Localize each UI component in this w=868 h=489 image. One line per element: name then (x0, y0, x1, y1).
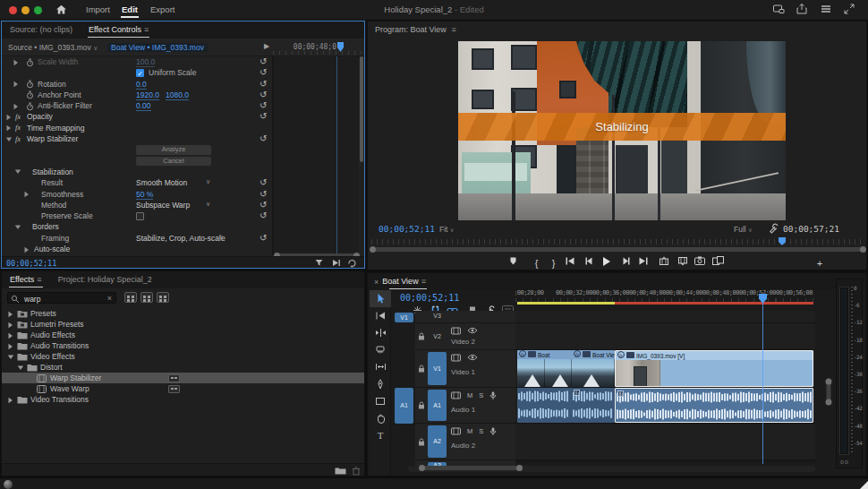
chevron-down-icon[interactable] (5, 136, 13, 142)
sync-lock-icon[interactable] (451, 354, 461, 362)
effect-cancel-button[interactable]: Cancel (136, 157, 211, 167)
video-clip-2[interactable]: fxBoat View.m (572, 350, 615, 387)
mute-button[interactable]: M (467, 427, 472, 436)
timeline-lane[interactable] (515, 311, 815, 323)
type-tool[interactable]: T (370, 426, 391, 443)
dropdown-value[interactable]: Smooth Motion (136, 178, 187, 187)
timeline-lane[interactable] (515, 323, 815, 350)
video-clip-3[interactable]: fxIMG_0393.mov [V] (615, 350, 813, 387)
settings-wrench-icon[interactable] (769, 223, 779, 234)
panel-menu-icon[interactable]: ≡ (144, 25, 149, 34)
value-hot-text[interactable]: 0.00 (136, 101, 151, 111)
filter-properties-icon[interactable] (314, 258, 324, 268)
audio-clip-2[interactable] (572, 388, 615, 423)
reset-parameter-icon[interactable]: ↺ (260, 189, 267, 199)
chevron-right-icon[interactable] (7, 343, 13, 350)
reset-parameter-icon[interactable]: ↺ (260, 210, 267, 220)
close-sequence-icon[interactable]: × (374, 278, 379, 287)
mute-button[interactable]: M (467, 391, 472, 400)
razor-tool[interactable] (370, 341, 391, 358)
extract-button[interactable] (677, 256, 693, 270)
tab-project[interactable]: Project: Holiday Special_2 (50, 271, 160, 288)
play-in-to-out-icon[interactable] (331, 258, 341, 268)
chevron-right-icon[interactable] (13, 81, 19, 88)
timeline-vertical-scrollbar[interactable] (817, 381, 823, 404)
mini-ruler-playhead[interactable] (337, 42, 344, 52)
sync-lock-icon[interactable] (451, 327, 461, 335)
hand-tool[interactable] (370, 409, 391, 426)
dropdown-value[interactable]: Stabilize, Crop, Auto-scale (136, 234, 226, 243)
value-hot-text[interactable]: 1920.0 (136, 90, 159, 100)
chevron-right-icon[interactable] (13, 103, 19, 110)
sync-lock-icon[interactable] (451, 391, 461, 400)
tab-effect-controls[interactable]: Effect Controls≡ (81, 21, 157, 39)
effect-controls-timecode[interactable]: 00;00;52;11 (6, 259, 56, 268)
value-hot-text[interactable]: 100.0 (136, 57, 155, 67)
button-editor-icon[interactable]: + (813, 256, 827, 270)
program-monitor-title[interactable]: Program: Boat View ≡ (375, 25, 456, 34)
track-name-label[interactable]: Audio 2 (451, 442, 475, 450)
audio-meters[interactable]: оо 0-6-12-18-24-30-36-42-48-54 (836, 279, 863, 468)
track-select-forward-tool[interactable] (370, 307, 391, 324)
loop-icon[interactable] (347, 258, 357, 268)
program-zoom-scrollbar[interactable] (371, 247, 864, 253)
ripple-edit-tool[interactable] (370, 324, 391, 341)
tree-item-video-effects[interactable]: Video Effects (2, 351, 364, 362)
share-icon[interactable] (796, 3, 810, 17)
zoom-level-dropdown[interactable]: Fit ∨ (439, 225, 455, 234)
play-icon[interactable]: ▶ (264, 42, 269, 50)
reset-parameter-icon[interactable]: ↺ (260, 100, 267, 110)
add-marker-button[interactable] (508, 256, 523, 270)
quick-export-icon[interactable] (772, 3, 787, 17)
mark-in-button[interactable]: { (529, 256, 544, 270)
playback-resolution-dropdown[interactable]: Full ∨ (734, 225, 753, 234)
track-output-eye-icon[interactable] (467, 327, 478, 335)
value-hot-text[interactable]: 50 % (136, 190, 153, 200)
selection-tool[interactable] (370, 290, 391, 307)
delete-bin-icon[interactable] (352, 467, 361, 476)
export-frame-button[interactable] (694, 256, 710, 270)
tree-item-warp-stabilizer[interactable]: Warp Stabilizer (2, 373, 364, 383)
sequence-clip-label[interactable]: Boat View • IMG_0393.mov (107, 43, 208, 52)
tab-sequence-boat-view[interactable]: Boat View≡ (382, 273, 434, 290)
chevron-right-icon[interactable] (5, 114, 12, 121)
tree-item-wave-warp[interactable]: Wave Warp (2, 383, 364, 394)
stopwatch-toggle-animation-icon[interactable] (26, 80, 34, 89)
lift-button[interactable] (659, 256, 674, 270)
reset-parameter-icon[interactable]: ↺ (260, 233, 267, 243)
chevron-down-icon[interactable] (7, 354, 14, 360)
track-lock-icon[interactable] (418, 332, 425, 340)
reset-parameter-icon[interactable]: ↺ (260, 177, 267, 187)
voiceover-mic-icon[interactable] (489, 427, 497, 436)
chevron-right-icon[interactable] (23, 191, 30, 198)
resize-grip[interactable] (860, 481, 868, 489)
chevron-down-icon[interactable] (17, 365, 24, 371)
track-name-label[interactable]: Audio 1 (451, 406, 475, 414)
voiceover-mic-icon[interactable] (489, 391, 497, 400)
tree-item-video-transitions[interactable]: Video Transitions (2, 394, 364, 405)
play-button[interactable] (601, 256, 617, 270)
fullscreen-icon[interactable] (843, 3, 857, 17)
comparison-view-button[interactable] (712, 256, 728, 270)
search-input-value[interactable]: warp (24, 295, 40, 304)
effect-controls-vertical-scrollbar[interactable] (360, 56, 363, 162)
keyframe-lane[interactable] (272, 56, 359, 255)
tree-item-presets[interactable]: Presets (2, 308, 364, 319)
reset-parameter-icon[interactable]: ↺ (260, 67, 267, 77)
effect-analyze-button[interactable]: Analyze (136, 145, 211, 155)
dropdown-value[interactable]: Subspace Warp (136, 201, 190, 210)
tree-item-lumetri-presets[interactable]: Lumetri Presets (2, 319, 364, 330)
chevron-right-icon[interactable] (7, 311, 13, 318)
panel-menu-icon[interactable]: ≡ (37, 275, 41, 284)
value-hot-text[interactable]: 0.0 (136, 80, 147, 90)
chevron-right-icon[interactable] (7, 332, 13, 339)
track-name-label[interactable]: Video 1 (451, 368, 475, 376)
timeline-timecode[interactable]: 00;00;52;11 (400, 293, 459, 303)
reset-parameter-icon[interactable]: ↺ (260, 111, 267, 121)
audio-clip-3[interactable] (615, 388, 813, 423)
chevron-down-icon[interactable] (14, 168, 21, 175)
chevron-right-icon[interactable] (23, 246, 30, 253)
reset-parameter-icon[interactable]: ↺ (260, 90, 267, 99)
source-patch-video[interactable]: V1 (395, 313, 413, 322)
go-to-in-button[interactable] (565, 256, 580, 270)
